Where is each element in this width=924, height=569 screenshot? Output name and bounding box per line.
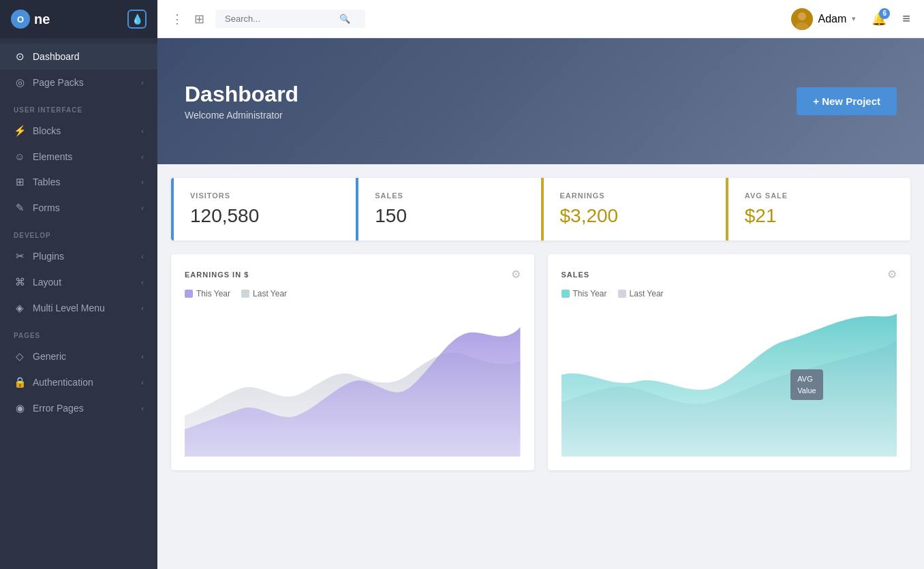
earnings-chart-legend: This Year Last Year — [185, 289, 521, 298]
arrow-icon: ‹ — [141, 352, 144, 360]
hamburger-icon[interactable]: ≡ — [902, 11, 910, 27]
sales-chart-legend: This Year Last Year — [561, 289, 897, 298]
arrow-icon: ‹ — [141, 378, 144, 386]
tables-icon: ⊞ — [14, 176, 26, 188]
stat-label-visitors: VISITORS — [190, 191, 339, 200]
sales-this-year-dot — [561, 290, 570, 298]
sidebar-label-blocks: Blocks — [33, 125, 61, 136]
earnings-this-year-label: This Year — [196, 289, 230, 298]
sidebar-item-layout[interactable]: ⌘ Layout ‹ — [0, 269, 157, 295]
elements-icon: ☺ — [14, 151, 26, 162]
logo-drop-icon[interactable]: 💧 — [127, 10, 147, 29]
sidebar-label-error-pages: Error Pages — [33, 403, 84, 414]
layout-icon: ⌘ — [14, 276, 26, 288]
error-pages-icon: ◉ — [14, 402, 26, 414]
chevron-down-icon: ▾ — [852, 14, 856, 23]
user-name: Adam — [818, 13, 847, 25]
logo-text: ne — [34, 12, 50, 27]
sidebar-label-authentication: Authentication — [33, 377, 93, 388]
arrow-icon: ‹ — [141, 204, 144, 212]
generic-icon: ◇ — [14, 350, 26, 363]
main-content: ⋮ ⊞ 🔍 Adam ▾ 🔔 6 — [157, 0, 924, 569]
page-packs-icon: ◎ — [14, 76, 26, 89]
arrow-icon: ‹ — [141, 127, 144, 135]
earnings-chart-settings-icon[interactable]: ⚙ — [511, 268, 521, 281]
stat-card-sales: SALES 150 — [356, 178, 540, 241]
sidebar-item-elements[interactable]: ☺ Elements ‹ — [0, 144, 157, 169]
stats-row: VISITORS 120,580 SALES 150 EARNINGS $3,2… — [171, 178, 910, 241]
sales-chart-settings-icon[interactable]: ⚙ — [887, 268, 897, 281]
sidebar: O ne 💧 ⊙ Dashboard ◎ Page Packs ‹ USER I… — [0, 0, 157, 569]
sidebar-label-tables: Tables — [33, 176, 60, 187]
stat-value-visitors: 120,580 — [190, 205, 339, 227]
stat-label-sales: SALES — [375, 191, 524, 200]
earnings-last-year-dot — [241, 290, 249, 298]
sales-chart-title: SALES — [561, 271, 590, 279]
earnings-chart-title: EARNINGS IN $ — [185, 271, 249, 279]
user-menu[interactable]: Adam ▾ — [791, 8, 857, 30]
sidebar-item-plugins[interactable]: ✂ Plugins ‹ — [0, 243, 157, 269]
notification-badge: 6 — [879, 8, 890, 19]
page-content: Dashboard Welcome Administrator + New Pr… — [157, 38, 924, 569]
section-label-user-interface: USER INTERFACE — [0, 95, 157, 118]
sidebar-item-tables[interactable]: ⊞ Tables ‹ — [0, 169, 157, 195]
arrow-icon: ‹ — [141, 278, 144, 286]
topbar: ⋮ ⊞ 🔍 Adam ▾ 🔔 6 — [157, 0, 924, 38]
sidebar-item-forms[interactable]: ✎ Forms ‹ — [0, 195, 157, 221]
sidebar-label-page-packs: Page Packs — [33, 77, 84, 88]
sidebar-item-page-packs[interactable]: ◎ Page Packs ‹ — [0, 70, 157, 95]
notification-button[interactable]: 🔔 6 — [867, 7, 891, 31]
sales-this-year-label: This Year — [573, 289, 607, 298]
hero-subtitle: Welcome Administrator — [185, 110, 298, 121]
svg-point-1 — [798, 12, 806, 20]
multi-level-menu-icon: ◈ — [14, 302, 26, 314]
stat-label-avg-sale: AVG SALE — [745, 191, 894, 200]
sidebar-item-authentication[interactable]: 🔒 Authentication ‹ — [0, 369, 157, 395]
sales-last-year-dot — [618, 290, 626, 298]
sales-chart-area: AVGValue — [561, 307, 897, 457]
earnings-chart-area — [185, 307, 521, 457]
sales-chart-card: SALES ⚙ This Year Last Year — [548, 254, 911, 470]
sidebar-navigation: ⊙ Dashboard ◎ Page Packs ‹ USER INTERFAC… — [0, 38, 157, 427]
arrow-icon: ‹ — [141, 153, 144, 161]
sidebar-item-generic[interactable]: ◇ Generic ‹ — [0, 343, 157, 369]
logo-icon: O — [11, 10, 30, 29]
section-label-pages: PAGES — [0, 321, 157, 343]
sidebar-item-error-pages[interactable]: ◉ Error Pages ‹ — [0, 395, 157, 421]
sidebar-logo: O ne 💧 — [0, 0, 157, 38]
earnings-this-year-dot — [185, 290, 193, 298]
avatar — [791, 8, 813, 30]
plugins-icon: ✂ — [14, 250, 26, 262]
blocks-icon: ⚡ — [14, 125, 26, 137]
hero-banner: Dashboard Welcome Administrator + New Pr… — [157, 38, 924, 164]
sidebar-label-elements: Elements — [33, 151, 72, 162]
sidebar-item-blocks[interactable]: ⚡ Blocks ‹ — [0, 118, 157, 144]
stat-card-earnings: EARNINGS $3,200 — [541, 178, 726, 241]
sidebar-label-multi-level-menu: Multi Level Menu — [33, 303, 105, 313]
logo[interactable]: O ne — [11, 10, 50, 29]
search-box[interactable]: 🔍 — [215, 10, 365, 28]
stat-label-earnings: EARNINGS — [560, 191, 709, 200]
arrow-icon: ‹ — [141, 404, 144, 412]
stat-card-visitors: VISITORS 120,580 — [171, 178, 356, 241]
dashboard-icon: ⊙ — [14, 50, 26, 63]
search-input[interactable] — [225, 14, 334, 24]
search-icon: 🔍 — [339, 14, 350, 24]
sidebar-item-dashboard[interactable]: ⊙ Dashboard — [0, 44, 157, 70]
stat-card-avg-sale: AVG SALE $21 — [726, 178, 910, 241]
sidebar-label-layout: Layout — [33, 277, 61, 288]
dots-menu-icon[interactable]: ⋮ — [171, 12, 183, 27]
sales-last-year-label: Last Year — [630, 289, 664, 298]
page-title: Dashboard — [185, 82, 298, 107]
arrow-icon: ‹ — [141, 304, 144, 312]
new-project-button[interactable]: + New Project — [797, 87, 897, 115]
sidebar-label-plugins: Plugins — [33, 251, 64, 262]
forms-icon: ✎ — [14, 202, 26, 214]
sidebar-item-multi-level-menu[interactable]: ◈ Multi Level Menu ‹ — [0, 295, 157, 321]
grid-icon[interactable]: ⊞ — [194, 12, 204, 27]
earnings-last-year-label: Last Year — [253, 289, 287, 298]
authentication-icon: 🔒 — [14, 376, 26, 388]
stat-value-avg-sale: $21 — [745, 205, 894, 227]
sidebar-label-generic: Generic — [33, 351, 66, 362]
charts-row: EARNINGS IN $ ⚙ This Year Last Year — [171, 254, 910, 470]
